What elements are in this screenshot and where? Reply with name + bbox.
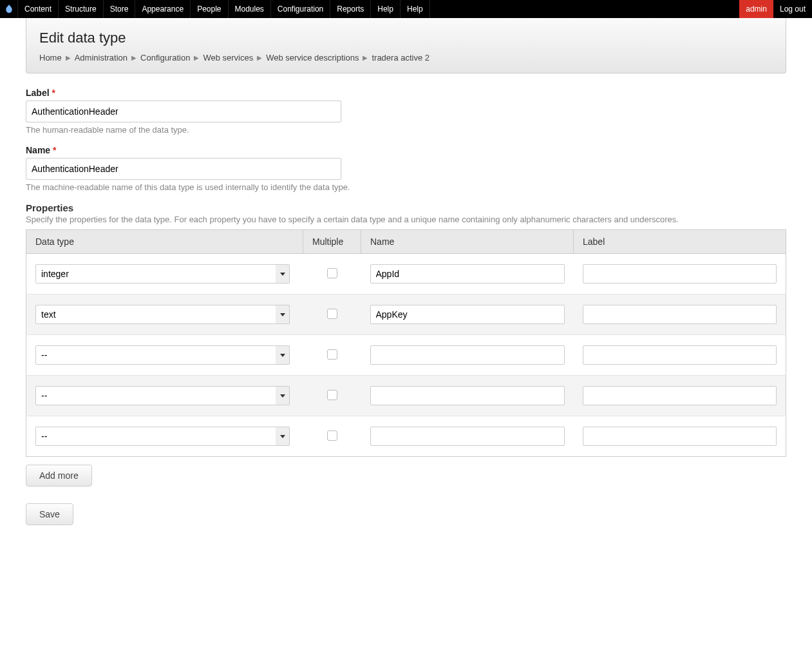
data-type-select[interactable]: integer	[35, 264, 290, 284]
property-name-input[interactable]	[370, 305, 565, 324]
toolbar-item-store[interactable]: Store	[104, 0, 136, 18]
property-row: text	[26, 294, 786, 335]
breadcrumb-item[interactable]: Administration	[75, 53, 127, 63]
multiple-checkbox[interactable]	[327, 430, 337, 441]
property-name-input[interactable]	[370, 264, 565, 284]
required-marker: *	[53, 145, 56, 155]
data-type-select[interactable]: --	[35, 427, 290, 446]
save-button[interactable]: Save	[26, 503, 73, 525]
multiple-checkbox[interactable]	[327, 268, 337, 278]
chevron-right-icon: ▶	[66, 54, 71, 61]
property-row: --	[26, 416, 786, 457]
toolbar-item-appearance[interactable]: Appearance	[135, 0, 191, 18]
properties-desc: Specify the properties for the data type…	[26, 215, 786, 224]
col-data-type: Data type	[26, 230, 303, 254]
toolbar-item-help[interactable]: Help	[401, 0, 430, 18]
field-label: Label * The human-readable name of the d…	[26, 88, 786, 135]
toolbar-item-people[interactable]: People	[191, 0, 228, 18]
page-header: Edit data type Home▶Administration▶Confi…	[26, 18, 786, 73]
breadcrumb-item[interactable]: Configuration	[140, 53, 190, 63]
toolbar-item-configuration[interactable]: Configuration	[271, 0, 330, 18]
breadcrumb-item[interactable]: tradera active 2	[372, 53, 430, 63]
properties-heading: Properties	[26, 202, 786, 213]
property-row: integer	[26, 254, 786, 294]
toolbar-item-structure[interactable]: Structure	[59, 0, 104, 18]
add-more-button[interactable]: Add more	[26, 465, 92, 487]
col-label: Label	[574, 230, 786, 254]
col-name: Name	[361, 230, 574, 254]
property-label-input[interactable]	[583, 345, 777, 365]
data-type-select[interactable]: text	[35, 305, 290, 324]
toolbar-item-modules[interactable]: Modules	[229, 0, 271, 18]
property-label-input[interactable]	[583, 386, 777, 405]
chevron-right-icon: ▶	[257, 54, 262, 61]
multiple-checkbox[interactable]	[327, 309, 337, 319]
field-name: Name * The machine-readable name of this…	[26, 145, 786, 192]
form: Label * The human-readable name of the d…	[0, 73, 812, 539]
toolbar-item-help[interactable]: Help	[371, 0, 401, 18]
breadcrumb: Home▶Administration▶Configuration▶Web se…	[39, 53, 773, 63]
breadcrumb-item[interactable]: Web services	[203, 53, 253, 63]
page-title: Edit data type	[39, 30, 773, 46]
property-name-input[interactable]	[370, 427, 565, 446]
data-type-select[interactable]: --	[35, 386, 290, 405]
property-row: --	[26, 376, 786, 416]
multiple-checkbox[interactable]	[327, 349, 337, 360]
properties-table: Data type Multiple Name Label integertex…	[26, 229, 786, 457]
name-input[interactable]	[26, 158, 341, 180]
toolbar-item-content[interactable]: Content	[18, 0, 59, 18]
label-input[interactable]	[26, 101, 341, 122]
data-type-select[interactable]: --	[35, 345, 290, 365]
drupal-logo-icon[interactable]	[0, 0, 18, 18]
chevron-right-icon: ▶	[194, 54, 199, 61]
property-row: --	[26, 335, 786, 376]
property-label-input[interactable]	[583, 264, 777, 284]
toolbar-item-reports[interactable]: Reports	[330, 0, 371, 18]
breadcrumb-item[interactable]: Web service descriptions	[266, 53, 359, 63]
col-multiple: Multiple	[303, 230, 361, 254]
user-badge[interactable]: admin	[739, 0, 773, 18]
property-label-input[interactable]	[583, 305, 777, 324]
user-name: admin	[746, 5, 767, 14]
multiple-checkbox[interactable]	[327, 390, 337, 400]
chevron-right-icon: ▶	[363, 54, 368, 61]
required-marker: *	[52, 88, 55, 98]
property-name-input[interactable]	[370, 345, 565, 365]
admin-toolbar: ContentStructureStoreAppearancePeopleMod…	[0, 0, 812, 18]
logout-link[interactable]: Log out	[773, 0, 812, 18]
label-desc: The human-readable name of the data type…	[26, 125, 786, 135]
breadcrumb-item[interactable]: Home	[39, 53, 62, 63]
name-desc: The machine-readable name of this data t…	[26, 182, 786, 192]
property-label-input[interactable]	[583, 427, 777, 446]
property-name-input[interactable]	[370, 386, 565, 405]
chevron-right-icon: ▶	[131, 54, 137, 61]
